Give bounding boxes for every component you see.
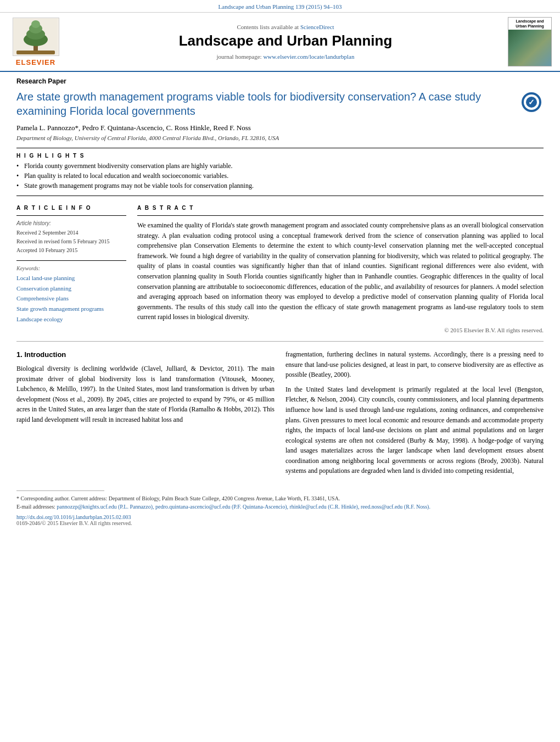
keywords-top-rule: [16, 260, 126, 261]
svg-text:✓: ✓: [528, 98, 535, 107]
intro-paragraph-1: Biological diversity is declining worldw…: [16, 364, 275, 425]
highlight-item-2: Plan quality is related to local educati…: [16, 172, 544, 180]
intro-paragraph-3: In the United States land development is…: [285, 384, 544, 476]
contents-available: Contents lists available at ScienceDirec…: [237, 24, 334, 30]
abstract-text: We examined the quality of Florida's sta…: [137, 220, 544, 322]
elsevier-branding: ELSEVIER: [13, 18, 59, 66]
elsevier-tree-image: [13, 18, 59, 56]
crossmark-icon: ✓: [520, 91, 542, 113]
keywords-section: Keywords: Local land-use planning Conser…: [16, 265, 126, 324]
highlights-header: H I G H L I G H T S: [16, 153, 544, 159]
corresponding-note: * Corresponding author. Current address:…: [16, 494, 544, 503]
svg-point-5: [31, 20, 40, 28]
citation-text: Landscape and Urban Planning 139 (2015) …: [219, 3, 342, 10]
page: Landscape and Urban Planning 139 (2015) …: [0, 0, 560, 532]
body-left-column: 1. Introduction Biological diversity is …: [16, 349, 275, 481]
elsevier-text: ELSEVIER: [16, 58, 55, 66]
article-type-label: Research Paper: [16, 77, 544, 85]
cover-title-text: Landscape andUrban Planning: [508, 18, 551, 30]
cover-photo: [508, 30, 551, 66]
elsevier-tree-svg: [14, 19, 58, 54]
email-addresses[interactable]: pannozzp@knights.ucf.edu (P.L. Pannazzo)…: [57, 504, 430, 510]
article-title: Are state growth management programs via…: [16, 90, 513, 118]
keyword-5: Landscape ecology: [16, 314, 126, 325]
journal-cover-image: Landscape andUrban Planning: [508, 17, 552, 66]
body-right-column: fragmentation, furthering declines in na…: [285, 349, 544, 481]
journal-title: Landscape and Urban Planning: [179, 32, 393, 49]
doi-line[interactable]: http://dx.doi.org/10.1016/j.landurbplan.…: [16, 514, 544, 520]
crossmark-area[interactable]: ✓: [519, 90, 544, 114]
revised-date: Received in revised form 5 February 2015: [16, 238, 109, 244]
article-info-header: A R T I C L E I N F O: [16, 205, 126, 211]
article-info-column: A R T I C L E I N F O Article history: R…: [16, 200, 126, 333]
intro-paragraph-2: fragmentation, furthering declines in na…: [285, 349, 544, 380]
highlight-item-1: Florida county government biodiversity c…: [16, 162, 544, 170]
received-date: Received 2 September 2014: [16, 230, 78, 236]
title-row: Are state growth management programs via…: [16, 90, 544, 118]
journal-cover-area: Landscape andUrban Planning: [505, 17, 555, 66]
email-note: E-mail addresses: pannozzp@knights.ucf.e…: [16, 503, 544, 511]
section-number: 1.: [16, 350, 23, 359]
highlights-bottom-rule: [16, 196, 544, 196]
keyword-3: Comprehensive plans: [16, 293, 126, 304]
accepted-date: Accepted 10 February 2015: [16, 247, 77, 253]
body-divider: [16, 341, 544, 342]
email-label: E-mail addresses:: [16, 504, 55, 510]
section-title: Introduction: [24, 350, 66, 359]
keywords-label: Keywords:: [16, 265, 126, 271]
contents-text: Contents lists available at: [237, 24, 299, 30]
keyword-1: Local land-use planning: [16, 273, 126, 283]
sciencedirect-link[interactable]: ScienceDirect: [300, 24, 334, 30]
article-content: Research Paper Are state growth manageme…: [0, 72, 560, 486]
homepage-label: journal homepage:: [217, 53, 262, 60]
footnote-rule: [16, 490, 104, 491]
highlight-item-3: State growth management programs may not…: [16, 182, 544, 190]
copyright-text: © 2015 Elsevier B.V. All rights reserved…: [137, 327, 544, 333]
homepage-line: journal homepage: www.elsevier.com/locat…: [217, 53, 355, 60]
authors-line: Pamela L. Pannozzo*, Pedro F. Quintana-A…: [16, 124, 544, 132]
journal-header: ELSEVIER Contents lists available at Sci…: [0, 13, 560, 72]
abstract-rule: [137, 215, 544, 216]
affiliation-line: Department of Biology, University of Cen…: [16, 135, 544, 141]
article-dates: Received 2 September 2014 Received in re…: [16, 228, 126, 255]
history-label: Article history:: [16, 220, 126, 226]
info-rule: [16, 215, 126, 216]
journal-header-center: Contents lists available at ScienceDirec…: [71, 17, 500, 66]
keyword-4: State growth management programs: [16, 304, 126, 314]
journal-citation: Landscape and Urban Planning 139 (2015) …: [0, 0, 560, 13]
keyword-2: Conservation planning: [16, 283, 126, 294]
abstract-header: A B S T R A C T: [137, 205, 544, 211]
body-columns: 1. Introduction Biological diversity is …: [16, 349, 544, 481]
info-abstract-section: A R T I C L E I N F O Article history: R…: [16, 200, 544, 333]
elsevier-logo-area: ELSEVIER: [5, 17, 66, 66]
homepage-link[interactable]: www.elsevier.com/locate/landurbplan: [263, 53, 354, 60]
footer-area: * Corresponding author. Current address:…: [0, 490, 560, 532]
issn-line: 0169-2046/© 2015 Elsevier B.V. All right…: [16, 520, 544, 526]
svg-rect-6: [16, 51, 55, 54]
abstract-column: A B S T R A C T We examined the quality …: [137, 200, 544, 333]
highlights-top-rule: [16, 148, 544, 148]
highlights-list: Florida county government biodiversity c…: [16, 162, 544, 190]
intro-title: 1. Introduction: [16, 349, 275, 360]
